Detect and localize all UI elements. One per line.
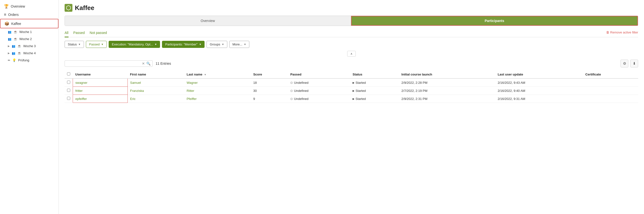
status-cell: ▶ Started xyxy=(350,87,399,95)
username-cell[interactable]: epfeiffer xyxy=(73,95,128,103)
filter-tab-all[interactable]: All xyxy=(64,30,68,37)
search-input[interactable] xyxy=(67,62,140,65)
initial-launch-cell: 2/7/2022, 2:19 PM xyxy=(399,87,495,95)
chevron-down-icon: ▼ xyxy=(78,43,81,46)
passed-value: Undefined xyxy=(294,81,308,84)
collapse-button[interactable]: ∧ xyxy=(347,51,356,57)
chevron-up-icon: ∧ xyxy=(350,52,352,55)
sidebar-item-label: Woche 1 xyxy=(19,30,32,34)
expand-icon: ▶ xyxy=(8,52,10,54)
th-passed: Passed xyxy=(288,70,350,78)
table-row: swagner Samuel Wagner 18 ⊙ Undefined ▶ S… xyxy=(64,78,638,87)
lightbulb-icon: 💡 xyxy=(12,58,16,62)
search-box: ✕ 🔍 xyxy=(64,60,153,67)
sidebar-item-orders[interactable]: ≡ Orders xyxy=(0,10,58,19)
th-checkbox xyxy=(64,70,73,78)
chevron-down-icon: ▼ xyxy=(244,43,246,46)
th-status: Status xyxy=(350,70,399,78)
gear-icon: ⚙ xyxy=(623,61,626,66)
sidebar-item-label: Woche 4 xyxy=(23,51,36,55)
dropdown-status[interactable]: Status ▼ xyxy=(64,41,84,48)
initial-launch-cell: 2/9/2022, 2:31 PM xyxy=(399,95,495,103)
last-update-cell: 2/16/2022, 9:40 AM xyxy=(495,87,583,95)
play-icon: ▶ xyxy=(352,97,354,100)
status-cell: ▶ Started xyxy=(350,95,399,103)
filter-tab-not-passed[interactable]: Not passed xyxy=(90,30,107,37)
row-checkbox[interactable] xyxy=(67,81,70,84)
sidebar-item-prufung[interactable]: ✏ 💡 Prüfung xyxy=(0,57,58,64)
dropdown-participants[interactable]: Participants: "Member" ▼ xyxy=(162,41,204,48)
tab-participants[interactable]: Participants xyxy=(351,16,638,26)
row-checkbox[interactable] xyxy=(67,97,70,100)
settings-button[interactable]: ⚙ xyxy=(620,60,628,67)
download-button[interactable]: ⬇ xyxy=(630,60,638,67)
group-icon: 👥 xyxy=(8,30,12,34)
tab-overview[interactable]: Overview xyxy=(65,16,351,26)
sidebar-item-woche4[interactable]: ▶ 👥 ☕ Woche 4 xyxy=(0,50,58,57)
action-icons: ⚙ ⬇ xyxy=(620,60,638,67)
sidebar-item-overview[interactable]: 🏆 Overview xyxy=(0,2,58,10)
sidebar-item-woche3[interactable]: ▶ 👥 ☕ Woche 3 xyxy=(0,42,58,50)
table-row: epfeiffer Eric Pfeiffer 9 ⊙ Undefined ▶ … xyxy=(64,95,638,103)
clear-icon[interactable]: ✕ xyxy=(142,62,145,65)
score-cell: 30 xyxy=(251,87,288,95)
score-cell: 18 xyxy=(251,78,288,87)
filter-tabs-row: All Passed Not passed 🗑 Remove active fi… xyxy=(64,30,638,37)
row-checkbox-cell xyxy=(64,95,73,103)
participants-table: Username First name Last name ▼ Score Pa… xyxy=(64,70,638,103)
entries-count: 11 Entries xyxy=(156,62,171,65)
status-value: Started xyxy=(356,89,366,93)
passed-value: Undefined xyxy=(294,89,308,93)
passed-cell: ⊙ Undefined xyxy=(288,87,350,95)
th-last-update: Last user update xyxy=(495,70,583,78)
coffee-icon: ☕ xyxy=(14,30,17,34)
status-value: Started xyxy=(356,81,366,84)
username-cell[interactable]: fritter xyxy=(73,87,128,95)
dropdowns-row: Status ▼ Passed ▼ Execution: "Mandatory,… xyxy=(64,41,638,48)
sidebar-item-kaffee[interactable]: 📦 Kaffee xyxy=(0,19,58,28)
firstname-cell: Samuel xyxy=(128,78,184,87)
list-icon: ≡ xyxy=(4,12,6,17)
sort-desc-icon: ▼ xyxy=(204,73,206,76)
group-icon: 👥 xyxy=(12,51,16,55)
trophy-icon: 🏆 xyxy=(4,4,9,8)
undefined-circle-icon: ⊙ xyxy=(290,97,293,101)
select-all-checkbox[interactable] xyxy=(67,72,70,75)
sidebar-item-woche2[interactable]: 👥 ☕ Woche 2 xyxy=(0,35,58,42)
search-row: ✕ 🔍 11 Entries ⚙ ⬇ xyxy=(64,60,638,67)
edit-icon: ✏ xyxy=(8,59,10,62)
sidebar-item-label: Woche 3 xyxy=(23,44,36,48)
certificate-cell xyxy=(583,95,638,103)
initial-launch-cell: 2/9/2022, 2:28 PM xyxy=(399,78,495,87)
dropdown-more[interactable]: More... ▼ xyxy=(229,41,249,48)
certificate-cell xyxy=(583,87,638,95)
sidebar-item-label: Orders xyxy=(8,13,18,17)
lastname-cell: Ritter xyxy=(184,87,251,95)
page-title: Kaffee xyxy=(75,4,94,12)
sidebar-item-woche1[interactable]: 👥 ☕ Woche 1 xyxy=(0,28,58,35)
page-title-icon xyxy=(64,4,72,12)
dropdown-groups[interactable]: Groups ▼ xyxy=(206,41,227,48)
sidebar: 🏆 Overview ≡ Orders 📦 Kaffee 👥 ☕ Woche 1… xyxy=(0,0,59,214)
remove-active-filter[interactable]: 🗑 Remove active filter xyxy=(606,30,638,36)
score-cell: 9 xyxy=(251,95,288,103)
row-checkbox[interactable] xyxy=(67,89,70,92)
search-icon[interactable]: 🔍 xyxy=(146,62,150,65)
coffee-icon: ☕ xyxy=(17,51,21,55)
th-certificate: Certificate xyxy=(583,70,638,78)
dropdown-execution[interactable]: Execution: "Mandatory, Opt... ▼ xyxy=(109,41,160,48)
dropdown-passed-value[interactable]: Passed ▼ xyxy=(86,41,107,48)
th-lastname[interactable]: Last name ▼ xyxy=(184,70,251,78)
trash-icon: 🗑 xyxy=(606,30,609,34)
play-icon: ▶ xyxy=(352,81,354,84)
row-checkbox-cell xyxy=(64,78,73,87)
lastname-cell: Pfeiffer xyxy=(184,95,251,103)
row-checkbox-cell xyxy=(64,87,73,95)
filter-tab-passed[interactable]: Passed xyxy=(74,30,85,37)
chevron-down-icon: ▼ xyxy=(199,43,201,46)
lastname-cell: Wagner xyxy=(184,78,251,87)
sidebar-item-label: Prüfung xyxy=(18,58,29,62)
box-icon: 📦 xyxy=(4,21,9,26)
username-cell[interactable]: swagner xyxy=(73,78,128,87)
last-update-cell: 2/16/2022, 9:43 AM xyxy=(495,78,583,87)
